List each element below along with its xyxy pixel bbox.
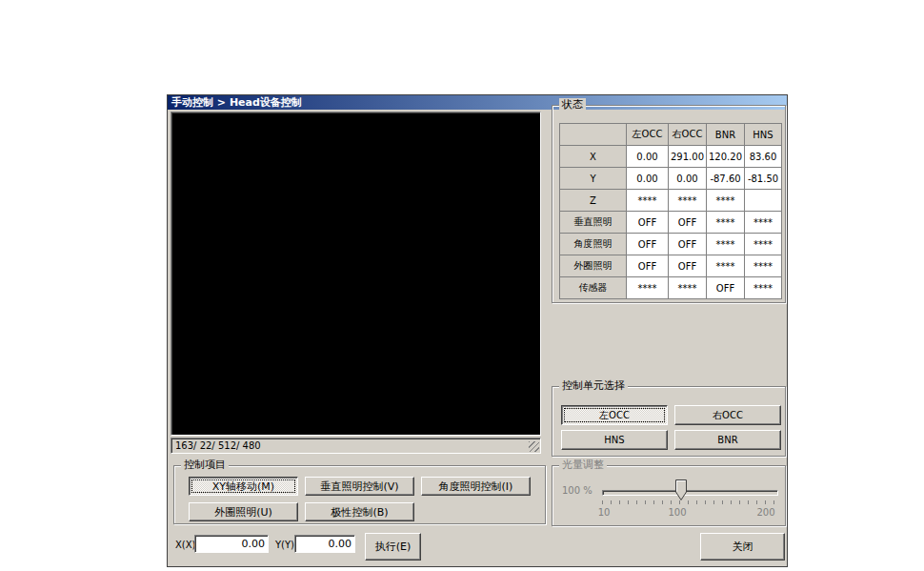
table-row-y: Y 0.00 0.00 -87.60 -81.50	[560, 168, 782, 190]
cell: OFF	[707, 277, 745, 299]
status-group-label: 状态	[559, 98, 586, 112]
row-label: 传感器	[560, 277, 627, 299]
execute-button[interactable]: 执行(E)	[365, 533, 421, 561]
cell: OFF	[627, 255, 669, 277]
camera-view	[171, 112, 541, 436]
light-adjust-group: 光量调整 100 % 10 100 200	[552, 465, 786, 526]
table-row-vertical-light: 垂直照明 OFF OFF **** ****	[560, 212, 782, 234]
row-label: Y	[560, 168, 627, 190]
cell: ****	[745, 234, 782, 255]
cell: OFF	[627, 212, 669, 234]
cell: ****	[707, 234, 745, 255]
head-control-dialog: 手动控制 > Head设备控制 163/ 22/ 512/ 480 状态 左OC…	[167, 94, 788, 567]
table-row-x: X 0.00 291.00 120.20 83.60	[560, 146, 782, 168]
unit-hns-button[interactable]: HNS	[561, 430, 668, 450]
status-table: 左OCC 右OCC BNR HNS X 0.00 291.00 120.20 8…	[559, 123, 782, 299]
cell: OFF	[669, 234, 707, 255]
cell: OFF	[627, 234, 669, 255]
cell: -81.50	[745, 168, 782, 190]
row-label: 外圈照明	[560, 255, 627, 277]
cell: ****	[627, 190, 669, 212]
col-header-hns: HNS	[745, 124, 782, 146]
cell: OFF	[669, 212, 707, 234]
x-input[interactable]	[194, 535, 269, 553]
light-slider-track	[602, 490, 778, 496]
table-row-angle-light: 角度照明 OFF OFF **** ****	[560, 234, 782, 255]
polarity-button[interactable]: 极性控制(B)	[305, 502, 414, 521]
light-tick-max: 200	[752, 507, 780, 518]
cell: ****	[745, 212, 782, 234]
y-label: Y(Y)	[275, 540, 294, 550]
row-label: Z	[560, 190, 627, 212]
cell: ****	[669, 190, 707, 212]
unit-right-occ-button[interactable]: 右OCC	[674, 405, 781, 425]
cell: 120.20	[707, 146, 745, 168]
cell: 0.00	[627, 146, 669, 168]
cell: 0.00	[627, 168, 669, 190]
outer-ring-light-button[interactable]: 外圈照明(U)	[189, 502, 298, 521]
status-group: 状态 左OCC 右OCC BNR HNS X 0.00 291.00 120.2…	[552, 105, 786, 303]
cell: 291.00	[669, 146, 707, 168]
light-tick-min: 10	[590, 507, 618, 518]
cell: OFF	[669, 255, 707, 277]
table-row-outer-light: 外圈照明 OFF OFF **** ****	[560, 255, 782, 277]
cell: ****	[707, 190, 745, 212]
row-label: 角度照明	[560, 234, 627, 255]
x-label: X(X)	[175, 540, 196, 550]
unit-select-group: 控制单元选择 左OCC 右OCC HNS BNR	[552, 386, 786, 457]
cell: -87.60	[707, 168, 745, 190]
unit-select-group-label: 控制单元选择	[559, 379, 628, 393]
dialog-title: 手动控制 > Head设备控制	[171, 96, 302, 109]
light-tick-mid: 100	[663, 507, 692, 518]
row-label: 垂直照明	[560, 212, 627, 234]
col-header-right-occ: 右OCC	[669, 124, 707, 146]
light-slider-thumb	[675, 479, 687, 500]
col-header-bnr: BNR	[707, 124, 745, 146]
table-row-sensor: 传感器 **** **** OFF ****	[560, 277, 782, 299]
unit-bnr-button[interactable]: BNR	[674, 430, 781, 450]
cell: 0.00	[669, 168, 707, 190]
table-row-z: Z **** **** ****	[560, 190, 782, 212]
cell: ****	[707, 255, 745, 277]
camera-status-bar: 163/ 22/ 512/ 480	[171, 438, 541, 454]
light-adjust-group-label: 光量调整	[559, 459, 607, 472]
cell: ****	[707, 212, 745, 234]
xy-move-button[interactable]: XY轴移动(M)	[189, 477, 298, 496]
row-label: X	[560, 146, 627, 168]
y-input[interactable]	[294, 535, 355, 553]
vertical-light-button[interactable]: 垂直照明控制(V)	[305, 477, 414, 496]
cell: ****	[669, 277, 707, 299]
unit-left-occ-button[interactable]: 左OCC	[561, 405, 668, 425]
resize-grip-icon[interactable]	[529, 441, 539, 452]
control-items-group-label: 控制项目	[181, 459, 229, 472]
light-value-label: 100 %	[562, 485, 593, 496]
angle-light-button[interactable]: 角度照明控制(I)	[421, 477, 531, 496]
cell	[745, 190, 782, 212]
camera-status-text: 163/ 22/ 512/ 480	[175, 440, 261, 451]
col-header-left-occ: 左OCC	[627, 124, 669, 146]
close-button[interactable]: 关闭	[700, 533, 785, 561]
col-header	[560, 124, 627, 146]
cell: ****	[745, 277, 782, 299]
cell: ****	[745, 255, 782, 277]
table-header-row: 左OCC 右OCC BNR HNS	[560, 124, 782, 146]
control-items-group: 控制项目 XY轴移动(M) 垂直照明控制(V) 角度照明控制(I) 外圈照明(U…	[173, 465, 546, 524]
cell: 83.60	[745, 146, 782, 168]
cell: ****	[627, 277, 669, 299]
light-slider-ticks	[602, 500, 777, 504]
